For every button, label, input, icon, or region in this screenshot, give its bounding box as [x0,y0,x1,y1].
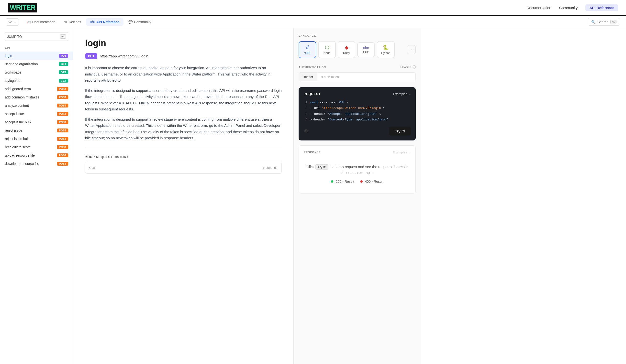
try-it-button[interactable]: Try It! [389,127,411,135]
auth-field: Header x-auth-token [299,72,416,81]
response-header: RESPONSE Examples ⌄ [304,150,411,154]
jump-shortcut: ⌘/ [60,34,66,39]
search-shortcut: ⌘K [610,20,617,24]
lang-php[interactable]: php PHP [357,42,375,57]
copy-icon: ⧉ [305,129,308,133]
sidebar-section-api: API [0,45,73,52]
sidebar-item-accept-issue-bulk[interactable]: accept issue bulkPOST [0,118,73,126]
result-indicators: 200 - Result 400 - Result [304,180,411,183]
sidebar-item-reject-issue[interactable]: reject issuePOST [0,126,73,134]
python-icon: 🐍 [383,44,389,50]
sidebar-item-label: styleguide [5,79,20,83]
sidebar-item-login[interactable]: loginPUT [0,52,73,60]
more-languages-button[interactable]: ⋯ [407,45,416,54]
right-panel: LANGUAGE // cURL ⬡ Node ◆ Ruby php PHP 🐍… [293,28,421,364]
auth-row: AUTHENTICATION HEADER ⓘ [299,65,416,69]
method-badge: PUT [85,53,97,59]
auth-field-key: Header [299,72,317,81]
sidebar-item-user-and-organization[interactable]: user and organizationGET [0,60,73,68]
header-badge: HEADER ⓘ [400,65,416,69]
sidebar-item-workspace[interactable]: workspaceGET [0,68,73,76]
sidebar-item-recalculate-score[interactable]: recalculate scorePOST [0,143,73,151]
sidebar-item-label: upload resource file [5,153,35,157]
sidebar-badge-post: POST [57,120,68,124]
sidebar-item-label: accept issue bulk [5,120,31,124]
info-icon: ⓘ [413,65,416,69]
search-icon: 🔍 [591,20,595,24]
sidebar-badge-post: POST [57,145,68,149]
chevron-down-icon: ⌄ [408,150,411,154]
tab-api-reference[interactable]: </> API Reference [86,18,123,26]
dot-red-icon [360,180,363,183]
examples-button[interactable]: Examples ⌄ [393,92,411,96]
sidebar-item-label: add ignored term [5,87,31,91]
header-label: HEADER [400,66,412,69]
sidebar-badge-post: POST [57,103,68,107]
curl-icon: // [306,45,309,50]
response-text-click: Click [306,165,314,169]
sidebar-item-label: accept issue [5,112,24,116]
lang-curl[interactable]: // cURL [299,41,316,58]
python-label: Python [381,51,390,55]
lang-ruby[interactable]: ◆ Ruby [338,41,355,58]
tab-community[interactable]: 💬 Community [124,18,155,26]
description-p1: It is important to choose the correct au… [85,65,282,84]
sidebar-item-label: reject issue bulk [5,137,29,141]
version-selector[interactable]: v3 ⌄ [6,18,19,26]
sidebar-badge-post: POST [57,162,68,166]
page-title: login [85,38,282,48]
sidebar-item-add-ignored-term[interactable]: add ignored termPOST [0,85,73,93]
sidebar-item-upload-resource-file[interactable]: upload resource filePOST [0,151,73,160]
sidebar-badge-get: GET [59,79,68,83]
response-examples-button[interactable]: Examples ⌄ [393,150,411,154]
top-nav-community[interactable]: Community [559,6,578,10]
examples-label: Examples [393,92,407,96]
top-nav-links: Documentation Community API Reference [527,4,618,11]
copy-button[interactable]: ⧉ [304,128,309,134]
sidebar-item-reject-issue-bulk[interactable]: reject issue bulkPOST [0,134,73,143]
line-num-2: 2 [304,105,307,111]
chat-icon: 💬 [128,20,133,24]
chevron-down-icon: ⌄ [408,92,411,96]
sidebar-badge-get: GET [59,70,68,74]
sidebar-item-accept-issue[interactable]: accept issuePOST [0,110,73,118]
lang-node[interactable]: ⬡ Node [318,41,336,58]
sidebar-badge-post: POST [57,112,68,116]
dot-green-icon [331,180,333,183]
version-label: v3 [8,20,12,24]
request-label: REQUEST [304,92,321,96]
result-200-label: 200 - Result [336,180,354,183]
response-box: RESPONSE Examples ⌄ Click Try It! to sta… [299,145,416,194]
tab-documentation[interactable]: 📖 Documentation [23,18,59,26]
sidebar-item-label: recalculate score [5,145,31,149]
code-icon: </> [90,20,95,24]
sidebar-item-download-resource-file[interactable]: download resource filePOST [0,160,73,168]
request-footer: ⧉ Try It! [304,127,411,135]
jump-to-box[interactable]: JUMP TO ⌘/ [4,32,69,41]
jump-to-label: JUMP TO [7,35,22,39]
sidebar-item-add-common-mistakes[interactable]: add common mistakesPOST [0,93,73,101]
sidebar-item-analyze-content[interactable]: analyze contentPOST [0,101,73,110]
lang-python[interactable]: 🐍 Python [377,41,395,58]
result-200[interactable]: 200 - Result [331,180,354,183]
sidebar-item-label: workspace [5,70,21,74]
top-nav: WRITER Documentation Community API Refer… [0,0,626,16]
line-num-3: 3 [304,111,307,117]
auth-field-value[interactable]: x-auth-token [317,72,415,81]
method-url-row: PUT https://app.writer.com/v3/login [85,53,282,59]
history-box: Call Response [85,162,282,174]
result-400[interactable]: 400 - Result [360,180,384,183]
sidebar-item-label: reject issue [5,129,22,132]
top-nav-documentation[interactable]: Documentation [527,6,551,10]
top-nav-api-reference[interactable]: API Reference [586,4,618,11]
sidebar-item-styleguide[interactable]: styleguideGET [0,76,73,85]
sidebar-item-label: analyze content [5,103,29,107]
divider [85,148,282,148]
tab-recipes[interactable]: ⚗ Recipes [60,18,85,26]
sidebar-item-label: login [5,54,12,58]
book-icon: 📖 [27,20,31,24]
sidebar-badge-post: POST [57,87,68,91]
search-box[interactable]: 🔍 Search ⌘K [587,18,620,26]
flask-icon: ⚗ [64,20,67,24]
request-box: REQUEST Examples ⌄ 1 curl --request PUT … [299,87,416,140]
